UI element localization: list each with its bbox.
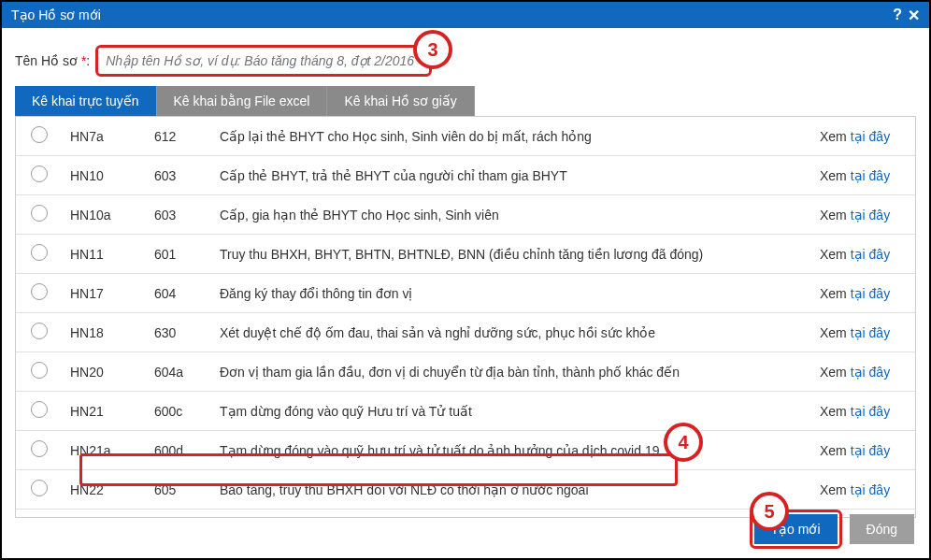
tab-online[interactable]: Kê khai trực tuyến: [15, 86, 157, 116]
row-code: HN10a: [63, 195, 147, 235]
titlebar: Tạo Hồ sơ mới ? ✕: [2, 2, 929, 28]
row-radio[interactable]: [31, 165, 48, 182]
tab-excel[interactable]: Kê khai bằng File excel: [157, 86, 328, 116]
row-link[interactable]: tại đây: [851, 129, 890, 144]
name-input-highlight: [95, 45, 432, 77]
callout-3: 3: [413, 30, 452, 69]
row-radio[interactable]: [31, 126, 48, 143]
table-row[interactable]: HN21a600dTạm dừng đóng vào quỹ hưu trí v…: [16, 431, 915, 470]
tab-paper[interactable]: Kê khai Hồ sơ giấy: [327, 86, 474, 116]
row-num: 607: [147, 510, 212, 519]
tabs: Kê khai trực tuyến Kê khai bằng File exc…: [15, 86, 916, 116]
row-link[interactable]: tại đây: [851, 286, 890, 301]
row-desc: Báo tăng, truy thu BHXH đối với NLĐ có t…: [212, 470, 812, 510]
row-num: 605: [147, 470, 212, 510]
row-link-cell: Xem tại đây: [812, 352, 915, 392]
row-link[interactable]: tại đây: [851, 482, 890, 497]
row-num: 600c: [147, 392, 212, 431]
row-desc: Tạm dừng đóng vào quỹ hưu trí và tử tuất…: [212, 431, 812, 470]
table-row[interactable]: HN10603Cấp thẻ BHYT, trả thẻ BHYT của ng…: [16, 156, 915, 195]
row-code: HN20: [63, 352, 147, 392]
row-link[interactable]: tại đây: [851, 325, 890, 340]
row-radio[interactable]: [31, 401, 48, 418]
row-code: HN10: [63, 156, 147, 195]
close-button[interactable]: Đóng: [850, 514, 914, 544]
row-code: HN7a: [63, 117, 147, 156]
row-desc: Tạm dừng đóng vào quỹ Hưu trí và Tử tuất: [212, 392, 812, 431]
row-link[interactable]: tại đây: [851, 365, 890, 380]
row-code: HN21a: [63, 431, 147, 470]
table-scroll[interactable]: HN7a612Cấp lại thẻ BHYT cho Học sinh, Si…: [15, 116, 916, 518]
row-code: HN23: [63, 510, 147, 519]
row-desc: Cấp, gia hạn thẻ BHYT cho Học sinh, Sinh…: [212, 195, 812, 235]
row-link[interactable]: tại đây: [851, 208, 890, 223]
row-num: 603: [147, 195, 212, 235]
table-row[interactable]: HN11601Truy thu BHXH, BHYT, BHTN, BHTNLĐ…: [16, 235, 915, 274]
row-num: 601: [147, 235, 212, 274]
row-link-cell: Xem tại đây: [812, 195, 915, 235]
window-title: Tạo Hồ sơ mới: [11, 7, 101, 22]
help-icon[interactable]: ?: [893, 7, 902, 23]
row-link-cell: Xem tại đây: [812, 156, 915, 195]
name-label: Tên Hồ sơ *:: [15, 53, 90, 68]
row-num: 612: [147, 117, 212, 156]
row-radio[interactable]: [31, 244, 48, 261]
row-link[interactable]: tại đây: [851, 404, 890, 419]
row-link-cell: Xem tại đây: [812, 431, 915, 470]
row-desc: Đăng ký thay đổi thông tin đơn vị: [212, 274, 812, 313]
row-code: HN17: [63, 274, 147, 313]
table-row[interactable]: HN10a603Cấp, gia hạn thẻ BHYT cho Học si…: [16, 195, 915, 235]
row-radio[interactable]: [31, 440, 48, 457]
row-radio[interactable]: [31, 362, 48, 379]
row-desc: Đơn vị tham gia lần đầu, đơn vị di chuyể…: [212, 352, 812, 392]
row-desc: Cấp sổ BHXH do mất, hỏng không làm thay …: [212, 510, 812, 519]
name-input[interactable]: [100, 50, 427, 72]
row-code: HN21: [63, 392, 147, 431]
row-radio[interactable]: [31, 480, 48, 496]
table-row[interactable]: HN21600cTạm dừng đóng vào quỹ Hưu trí và…: [16, 392, 915, 431]
row-desc: Truy thu BHXH, BHYT, BHTN, BHTNLĐ, BNN (…: [212, 235, 812, 274]
row-link-cell: Xem tại đây: [812, 470, 915, 510]
row-link-cell: Xem tại đây: [812, 392, 915, 431]
row-desc: Cấp thẻ BHYT, trả thẻ BHYT của người chỉ…: [212, 156, 812, 195]
table-row[interactable]: HN7a612Cấp lại thẻ BHYT cho Học sinh, Si…: [16, 117, 915, 156]
row-link-cell: Xem tại đây: [812, 274, 915, 313]
row-radio[interactable]: [31, 283, 48, 300]
row-num: 604: [147, 274, 212, 313]
row-desc: Xét duyệt chế độ ốm đau, thai sản và ngh…: [212, 313, 812, 352]
row-link-cell: Xem tại đây: [812, 313, 915, 352]
procedure-table: HN7a612Cấp lại thẻ BHYT cho Học sinh, Si…: [16, 117, 915, 518]
table-row[interactable]: HN20604aĐơn vị tham gia lần đầu, đơn vị …: [16, 352, 915, 392]
row-code: HN22: [63, 470, 147, 510]
close-icon[interactable]: ✕: [908, 7, 920, 24]
callout-5: 5: [750, 492, 789, 531]
row-link[interactable]: tại đây: [851, 247, 890, 262]
row-link[interactable]: tại đây: [851, 168, 890, 183]
row-desc: Cấp lại thẻ BHYT cho Học sinh, Sinh viên…: [212, 117, 812, 156]
name-row: Tên Hồ sơ *:: [15, 45, 916, 77]
content-area: Tên Hồ sơ *: Kê khai trực tuyến Kê khai …: [2, 28, 929, 527]
row-code: HN11: [63, 235, 147, 274]
table-row[interactable]: HN17604Đăng ký thay đổi thông tin đơn vị…: [16, 274, 915, 313]
titlebar-controls: ? ✕: [893, 7, 920, 24]
callout-4: 4: [664, 423, 703, 462]
row-link-cell: Xem tại đây: [812, 235, 915, 274]
table-row[interactable]: HN18630Xét duyệt chế độ ốm đau, thai sản…: [16, 313, 915, 352]
row-num: 603: [147, 156, 212, 195]
row-num: 604a: [147, 352, 212, 392]
row-radio[interactable]: [31, 205, 48, 222]
row-link-cell: Xem tại đây: [812, 117, 915, 156]
row-num: 600d: [147, 431, 212, 470]
row-num: 630: [147, 313, 212, 352]
row-code: HN18: [63, 313, 147, 352]
row-radio[interactable]: [31, 323, 48, 339]
row-link[interactable]: tại đây: [851, 443, 890, 458]
